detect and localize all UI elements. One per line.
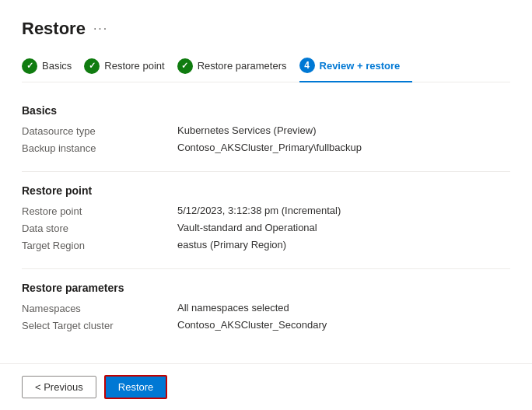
step-basics[interactable]: ✓ Basics — [22, 58, 84, 82]
more-options-icon[interactable]: ··· — [93, 22, 108, 36]
data-store-label: Data store — [22, 222, 177, 234]
data-store-value: Vault-standard and Operational — [177, 222, 317, 233]
datasource-type-value: Kubernetes Services (Preview) — [177, 124, 316, 136]
step-restore-parameters[interactable]: ✓ Restore parameters — [177, 58, 299, 82]
namespaces-row: Namespaces All namespaces selected — [22, 302, 510, 314]
restore-point-label: Restore point — [22, 205, 177, 217]
restore-parameters-section-title: Restore parameters — [22, 282, 510, 294]
step-review-restore-label: Review + restore — [320, 60, 401, 72]
target-cluster-value: Contoso_AKSCluster_Secondary — [177, 319, 327, 331]
step-restore-point-icon: ✓ — [84, 58, 100, 74]
step-restore-point-label: Restore point — [104, 60, 164, 72]
page-header: Restore ··· — [22, 19, 510, 39]
page-title: Restore — [22, 19, 86, 39]
datasource-type-row: Datasource type Kubernetes Services (Pre… — [22, 124, 510, 137]
divider-2 — [22, 268, 510, 269]
target-region-row: Target Region eastus (Primary Region) — [22, 239, 510, 251]
restore-point-section: Restore point Restore point 5/12/2023, 3… — [22, 184, 510, 251]
step-restore-point[interactable]: ✓ Restore point — [84, 58, 177, 82]
step-restore-parameters-label: Restore parameters — [198, 60, 287, 72]
step-basics-label: Basics — [42, 60, 72, 72]
target-cluster-label: Select Target cluster — [22, 319, 177, 331]
previous-button[interactable]: < Previous — [22, 376, 96, 398]
restore-point-value: 5/12/2023, 3:12:38 pm (Incremental) — [177, 205, 341, 216]
basics-section: Basics Datasource type Kubernetes Servic… — [22, 104, 510, 154]
backup-instance-value: Contoso_AKSCluster_Primary\fullbackup — [177, 142, 362, 153]
restore-point-row: Restore point 5/12/2023, 3:12:38 pm (Inc… — [22, 205, 510, 217]
wizard-steps: ✓ Basics ✓ Restore point ✓ Restore param… — [22, 58, 510, 82]
basics-section-title: Basics — [22, 104, 510, 117]
divider-1 — [22, 171, 510, 172]
step-restore-parameters-icon: ✓ — [177, 58, 193, 74]
target-region-label: Target Region — [22, 239, 177, 251]
target-cluster-row: Select Target cluster Contoso_AKSCluster… — [22, 319, 510, 331]
data-store-row: Data store Vault-standard and Operationa… — [22, 222, 510, 234]
step-basics-icon: ✓ — [22, 58, 37, 74]
step-review-restore-icon: 4 — [299, 58, 315, 73]
target-region-value: eastus (Primary Region) — [177, 239, 286, 251]
step-review-restore[interactable]: 4 Review + restore — [299, 58, 413, 82]
backup-instance-label: Backup instance — [22, 142, 177, 154]
footer: < Previous Restore — [0, 363, 532, 410]
namespaces-value: All namespaces selected — [177, 302, 289, 314]
restore-point-section-title: Restore point — [22, 184, 510, 197]
restore-parameters-section: Restore parameters Namespaces All namesp… — [22, 282, 510, 331]
namespaces-label: Namespaces — [22, 302, 177, 314]
restore-button[interactable]: Restore — [104, 375, 168, 399]
backup-instance-row: Backup instance Contoso_AKSCluster_Prima… — [22, 142, 510, 154]
datasource-type-label: Datasource type — [22, 124, 177, 137]
